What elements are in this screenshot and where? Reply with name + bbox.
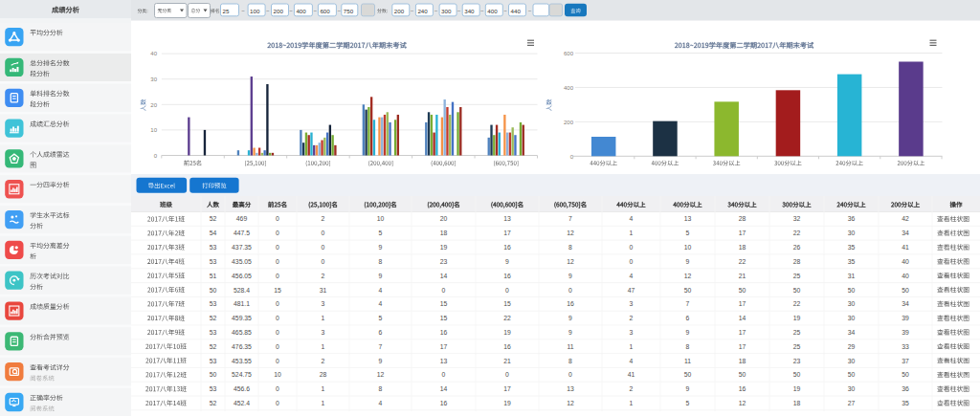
- svg-text:200: 200: [394, 8, 405, 14]
- svg-text:19: 19: [440, 244, 448, 251]
- svg-text:16: 16: [503, 273, 511, 279]
- svg-text:17: 17: [739, 230, 746, 236]
- svg-text:19: 19: [503, 329, 511, 336]
- svg-text:9: 9: [686, 329, 690, 336]
- svg-text:9: 9: [686, 258, 690, 265]
- svg-text:440: 440: [511, 8, 522, 14]
- svg-text:34: 34: [902, 230, 909, 236]
- svg-text:25: 25: [223, 8, 230, 14]
- svg-text:13: 13: [503, 215, 511, 222]
- svg-text:12: 12: [567, 230, 574, 236]
- svg-text:42: 42: [902, 215, 909, 222]
- svg-text:21: 21: [503, 358, 511, 364]
- svg-text:0: 0: [276, 230, 279, 236]
- svg-text:50: 50: [848, 287, 856, 294]
- svg-text:25: 25: [793, 273, 801, 279]
- svg-text:16: 16: [440, 400, 448, 406]
- svg-text:8: 8: [686, 343, 690, 350]
- svg-text:1: 1: [322, 343, 325, 350]
- svg-text:53: 53: [210, 358, 217, 364]
- svg-text:30: 30: [848, 230, 856, 236]
- svg-text:26: 26: [793, 244, 801, 251]
- svg-text:53: 53: [210, 258, 217, 265]
- svg-text:19: 19: [503, 400, 511, 406]
- svg-text:8: 8: [568, 358, 572, 364]
- svg-text:13: 13: [684, 215, 692, 222]
- svg-text:33: 33: [902, 343, 909, 350]
- svg-text:7: 7: [568, 215, 572, 222]
- svg-text:1: 1: [322, 385, 325, 392]
- svg-text:2: 2: [322, 358, 325, 364]
- svg-text:23: 23: [440, 258, 448, 265]
- svg-text:30: 30: [848, 358, 856, 364]
- svg-text:0: 0: [568, 371, 572, 378]
- svg-text:16: 16: [739, 385, 746, 392]
- svg-text:22: 22: [503, 315, 511, 321]
- svg-text:17: 17: [739, 300, 746, 307]
- svg-text:435.05: 435.05: [232, 258, 252, 265]
- svg-text:5: 5: [379, 315, 383, 321]
- svg-text:0: 0: [276, 400, 279, 406]
- svg-text:17: 17: [503, 385, 511, 392]
- svg-text:469: 469: [236, 215, 248, 222]
- svg-text:9: 9: [379, 358, 383, 364]
- svg-text:4: 4: [630, 358, 634, 364]
- svg-text:10: 10: [377, 215, 385, 222]
- svg-text:~: ~: [241, 8, 245, 13]
- svg-text:1: 1: [630, 343, 634, 350]
- svg-text:6: 6: [686, 315, 690, 321]
- svg-text:240: 240: [417, 8, 428, 14]
- svg-text:10: 10: [274, 371, 281, 378]
- svg-text:25: 25: [793, 343, 801, 350]
- svg-text:300: 300: [441, 8, 452, 14]
- svg-text:9: 9: [379, 273, 383, 279]
- svg-text:0: 0: [276, 258, 279, 265]
- svg-text:4: 4: [379, 300, 383, 307]
- svg-text:53: 53: [210, 385, 217, 392]
- svg-text:465.85: 465.85: [232, 329, 252, 336]
- svg-text:4: 4: [630, 215, 634, 222]
- svg-text:18: 18: [440, 230, 448, 236]
- svg-text:15: 15: [503, 300, 511, 307]
- svg-text:7: 7: [379, 343, 383, 350]
- svg-text:12: 12: [377, 371, 385, 378]
- svg-text:41: 41: [902, 244, 909, 251]
- svg-text:340: 340: [464, 8, 475, 14]
- svg-text:12: 12: [684, 273, 692, 279]
- svg-text:437.35: 437.35: [232, 244, 252, 251]
- svg-text:39: 39: [902, 315, 909, 321]
- svg-text:50: 50: [793, 287, 801, 294]
- svg-text:40: 40: [902, 273, 909, 279]
- svg-text:0: 0: [505, 287, 509, 294]
- svg-text:23: 23: [793, 358, 801, 364]
- svg-text:0: 0: [276, 358, 279, 364]
- svg-text:8: 8: [379, 258, 383, 265]
- svg-text:6: 6: [379, 329, 383, 336]
- svg-text:10: 10: [150, 127, 157, 133]
- svg-text:53: 53: [210, 300, 217, 307]
- svg-text:400: 400: [564, 85, 574, 91]
- svg-text:0: 0: [276, 215, 279, 222]
- svg-text:0: 0: [630, 244, 634, 251]
- svg-text:37: 37: [902, 358, 909, 364]
- svg-text:50: 50: [210, 287, 217, 294]
- svg-text:0: 0: [322, 230, 325, 236]
- svg-text:400: 400: [487, 8, 498, 14]
- svg-text:52: 52: [210, 215, 217, 222]
- svg-text:9: 9: [505, 258, 509, 265]
- svg-text:47: 47: [628, 287, 635, 294]
- svg-text:456.05: 456.05: [232, 273, 252, 279]
- svg-text:16: 16: [503, 343, 511, 350]
- svg-text:17: 17: [739, 329, 746, 336]
- svg-text:11: 11: [567, 343, 573, 350]
- svg-text:16: 16: [503, 244, 511, 251]
- svg-text:0: 0: [276, 244, 279, 251]
- svg-text:456.6: 456.6: [234, 385, 250, 392]
- svg-text:452.4: 452.4: [234, 400, 250, 406]
- svg-text:0: 0: [630, 258, 634, 265]
- svg-text:50: 50: [684, 287, 692, 294]
- svg-text:10: 10: [684, 244, 692, 251]
- svg-text:0: 0: [276, 273, 279, 279]
- svg-text:~: ~: [266, 8, 270, 13]
- svg-text:~: ~: [411, 8, 414, 13]
